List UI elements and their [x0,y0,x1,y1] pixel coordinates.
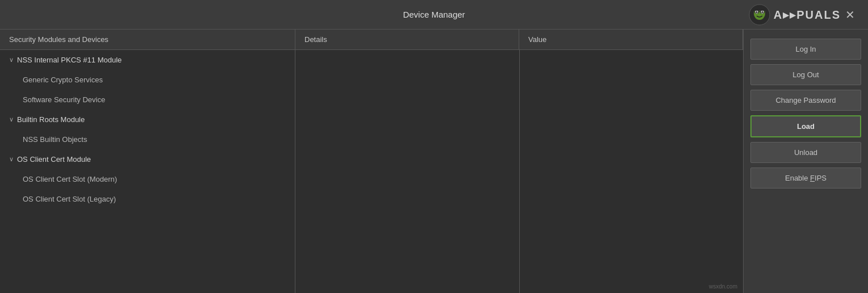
tree-item-nss-module[interactable]: ∨ NSS Internal PKCS #11 Module [0,50,295,70]
chevron-icon: ∨ [9,56,14,64]
tree-item-label: Generic Crypto Services [23,76,103,84]
enable-fips-label: Enable FIPS [785,174,827,182]
unload-button[interactable]: Unload [750,142,861,163]
tree-item-label: OS Client Cert Slot (Legacy) [23,195,116,203]
appuals-logo: A▸▸PUALS [749,4,841,26]
tree-item-builtin-roots[interactable]: ∨ Builtin Roots Module [0,110,295,129]
tree-item-label: Software Security Device [23,95,105,104]
log-in-button[interactable]: Log In [750,39,861,60]
tree-item-label: NSS Internal PKCS #11 Module [17,56,122,64]
col-header-details: Details [295,30,519,49]
tree-item-label: OS Client Cert Module [17,155,91,164]
tree-item-os-client-cert[interactable]: ∨ OS Client Cert Module [0,149,295,169]
value-area [520,50,744,293]
tree-list: ∨ NSS Internal PKCS #11 Module Generic C… [0,50,295,293]
load-button[interactable]: Load [750,115,861,137]
title-bar: A▸▸PUALS Device Manager ✕ [0,0,868,30]
device-manager-dialog: A▸▸PUALS Device Manager ✕ Security Modul… [0,0,868,293]
watermark: wsxdn.com [709,283,737,290]
tree-item-label: OS Client Cert Slot (Modern) [23,175,117,183]
chevron-icon: ∨ [9,116,14,123]
col-header-value: Value [519,30,743,49]
tree-item-label: NSS Builtin Objects [23,135,87,144]
logo-text: A▸▸PUALS [774,8,841,22]
right-panel: Log In Log Out Change Password Load Unlo… [743,30,868,293]
dialog-title: Device Manager [403,10,465,19]
tree-item-os-client-modern[interactable]: OS Client Cert Slot (Modern) [0,169,295,189]
log-out-button[interactable]: Log Out [750,64,861,85]
change-password-button[interactable]: Change Password [750,90,861,111]
content-row: ∨ NSS Internal PKCS #11 Module Generic C… [0,50,743,293]
column-headers: Security Modules and Devices Details Val… [0,30,743,50]
left-section: Security Modules and Devices Details Val… [0,30,743,293]
svg-point-4 [756,11,757,12]
tree-item-nss-builtin[interactable]: NSS Builtin Objects [0,129,295,149]
main-area: Security Modules and Devices Details Val… [0,30,868,293]
svg-rect-10 [753,9,766,11]
chevron-icon: ∨ [9,156,14,163]
col-header-modules: Security Modules and Devices [0,30,295,49]
logo-mascot-icon [749,4,770,26]
tree-item-software-security[interactable]: Software Security Device [0,90,295,110]
close-button[interactable]: ✕ [841,6,859,24]
tree-item-generic-crypto[interactable]: Generic Crypto Services [0,70,295,90]
svg-point-5 [761,11,763,12]
tree-item-label: Builtin Roots Module [17,115,85,124]
enable-fips-button[interactable]: Enable FIPS [750,168,861,189]
details-area [295,50,520,293]
tree-item-os-client-legacy[interactable]: OS Client Cert Slot (Legacy) [0,189,295,209]
